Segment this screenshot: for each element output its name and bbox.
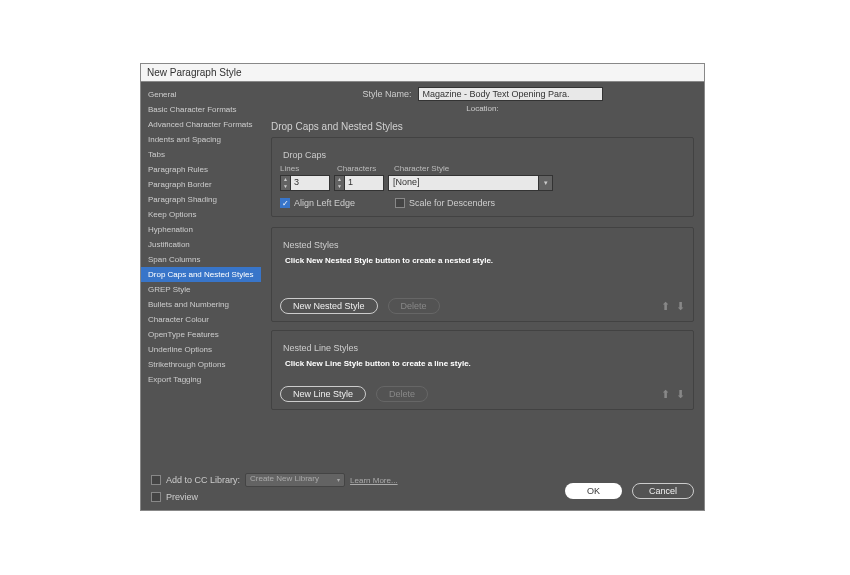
chevron-up-icon[interactable]: ▲ — [281, 176, 290, 183]
sidebar-item-opentype-features[interactable]: OpenType Features — [141, 327, 261, 342]
chevron-down-icon[interactable]: ▼ — [335, 183, 344, 190]
char-style-label: Character Style — [394, 164, 449, 173]
move-up-icon[interactable]: ⬆ — [661, 388, 670, 401]
chevron-down-icon[interactable]: ▾ — [332, 474, 344, 486]
sidebar-item-indents-and-spacing[interactable]: Indents and Spacing — [141, 132, 261, 147]
learn-more-link[interactable]: Learn More... — [350, 476, 398, 485]
characters-spinner[interactable]: ▲ ▼ 1 — [334, 175, 384, 191]
character-style-value: [None] — [389, 176, 538, 190]
style-name-input[interactable]: Magazine - Body Text Opening Para. — [418, 87, 603, 101]
checkbox-icon: ✓ — [280, 198, 290, 208]
lines-label: Lines — [280, 164, 337, 173]
cancel-button[interactable]: Cancel — [632, 483, 694, 499]
new-line-style-button[interactable]: New Line Style — [280, 386, 366, 402]
ok-button[interactable]: OK — [565, 483, 622, 499]
sidebar-item-export-tagging[interactable]: Export Tagging — [141, 372, 261, 387]
location-label: Location: — [271, 104, 694, 113]
sidebar-item-character-colour[interactable]: Character Colour — [141, 312, 261, 327]
move-up-icon[interactable]: ⬆ — [661, 300, 670, 313]
sidebar-item-general[interactable]: General — [141, 87, 261, 102]
sidebar-item-advanced-character-formats[interactable]: Advanced Character Formats — [141, 117, 261, 132]
sidebar-item-paragraph-shading[interactable]: Paragraph Shading — [141, 192, 261, 207]
lines-value[interactable]: 3 — [291, 176, 329, 190]
sidebar-item-paragraph-rules[interactable]: Paragraph Rules — [141, 162, 261, 177]
scale-for-descenders-label: Scale for Descenders — [409, 198, 495, 208]
new-nested-style-button[interactable]: New Nested Style — [280, 298, 378, 314]
delete-line-style-button[interactable]: Delete — [376, 386, 428, 402]
cc-library-value: Create New Library — [246, 474, 332, 486]
nested-styles-title: Nested Styles — [280, 240, 342, 250]
lines-spinner[interactable]: ▲ ▼ 3 — [280, 175, 330, 191]
sidebar-item-justification[interactable]: Justification — [141, 237, 261, 252]
sidebar-item-underline-options[interactable]: Underline Options — [141, 342, 261, 357]
add-to-cc-checkbox[interactable] — [151, 475, 161, 485]
sidebar-item-hyphenation[interactable]: Hyphenation — [141, 222, 261, 237]
sidebar-item-paragraph-border[interactable]: Paragraph Border — [141, 177, 261, 192]
characters-label: Characters — [337, 164, 394, 173]
sidebar-item-basic-character-formats[interactable]: Basic Character Formats — [141, 102, 261, 117]
nested-styles-hint: Click New Nested Style button to create … — [285, 256, 685, 265]
sidebar-item-keep-options[interactable]: Keep Options — [141, 207, 261, 222]
characters-value[interactable]: 1 — [345, 176, 383, 190]
character-style-dropdown[interactable]: [None] ▾ — [388, 175, 553, 191]
scale-for-descenders-checkbox[interactable]: Scale for Descenders — [395, 198, 495, 208]
chevron-down-icon[interactable]: ▼ — [281, 183, 290, 190]
chevron-up-icon[interactable]: ▲ — [335, 176, 344, 183]
move-down-icon[interactable]: ⬇ — [676, 300, 685, 313]
nested-styles-group: Nested Styles Click New Nested Style but… — [271, 227, 694, 322]
nested-line-styles-group: Nested Line Styles Click New Line Style … — [271, 330, 694, 410]
style-name-label: Style Name: — [362, 89, 411, 99]
nested-line-styles-hint: Click New Line Style button to create a … — [285, 359, 685, 368]
dialog-title: New Paragraph Style — [141, 64, 704, 82]
cc-library-dropdown[interactable]: Create New Library ▾ — [245, 473, 345, 487]
align-left-edge-label: Align Left Edge — [294, 198, 355, 208]
add-to-cc-label: Add to CC Library: — [166, 475, 240, 485]
sidebar-item-bullets-and-numbering[interactable]: Bullets and Numbering — [141, 297, 261, 312]
preview-checkbox[interactable] — [151, 492, 161, 502]
nested-line-styles-title: Nested Line Styles — [280, 343, 361, 353]
sidebar-item-grep-style[interactable]: GREP Style — [141, 282, 261, 297]
sidebar-item-tabs[interactable]: Tabs — [141, 147, 261, 162]
checkbox-icon — [395, 198, 405, 208]
sidebar-item-strikethrough-options[interactable]: Strikethrough Options — [141, 357, 261, 372]
new-paragraph-style-dialog: New Paragraph Style General Basic Charac… — [140, 63, 705, 511]
main-panel: Style Name: Magazine - Body Text Opening… — [261, 82, 704, 508]
sidebar-item-drop-caps-nested-styles[interactable]: Drop Caps and Nested Styles — [141, 267, 261, 282]
drop-caps-group: Drop Caps Lines Characters Character Sty… — [271, 137, 694, 217]
delete-nested-style-button[interactable]: Delete — [388, 298, 440, 314]
dialog-footer: Add to CC Library: Create New Library ▾ … — [141, 467, 704, 510]
sidebar-item-span-columns[interactable]: Span Columns — [141, 252, 261, 267]
section-title: Drop Caps and Nested Styles — [271, 121, 694, 132]
preview-label: Preview — [166, 492, 198, 502]
align-left-edge-checkbox[interactable]: ✓ Align Left Edge — [280, 198, 355, 208]
category-sidebar: General Basic Character Formats Advanced… — [141, 82, 261, 508]
drop-caps-title: Drop Caps — [280, 150, 329, 160]
chevron-down-icon[interactable]: ▾ — [538, 176, 552, 190]
move-down-icon[interactable]: ⬇ — [676, 388, 685, 401]
